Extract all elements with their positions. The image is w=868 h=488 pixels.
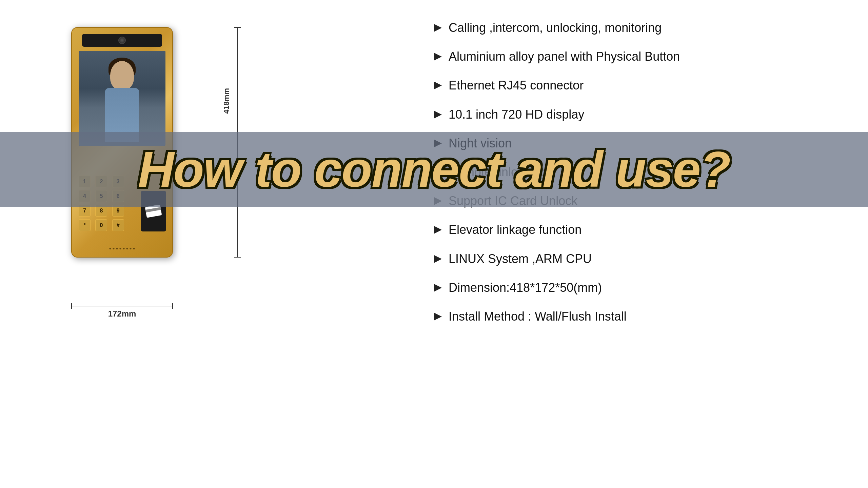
spec-item-8: ▶Elevator linkage function xyxy=(434,222,814,237)
spec-arrow-icon: ▶ xyxy=(434,223,442,235)
person-head xyxy=(110,61,134,90)
spec-arrow-icon: ▶ xyxy=(434,108,442,120)
spec-arrow-icon: ▶ xyxy=(434,310,442,322)
spec-arrow-icon: ▶ xyxy=(434,79,442,90)
dimension-horizontal: 172mm xyxy=(71,306,173,319)
spec-arrow-icon: ▶ xyxy=(434,252,442,264)
spec-text-4: 10.1 inch 720 HD display xyxy=(449,107,584,122)
speaker-dot xyxy=(126,248,128,249)
speaker-dot xyxy=(130,248,132,249)
dim-width-label: 172mm xyxy=(108,309,136,319)
spec-arrow-icon: ▶ xyxy=(434,281,442,293)
dim-height-label: 418mm xyxy=(222,88,231,114)
card-stripe xyxy=(145,207,161,212)
spec-arrow-icon: ▶ xyxy=(434,21,442,33)
speaker-dot xyxy=(133,248,135,249)
spec-text-1: Calling ,intercom, unlocking, monitoring xyxy=(449,20,662,35)
key-0: 0 xyxy=(95,219,107,231)
dim-line-h xyxy=(71,306,173,306)
device-speaker xyxy=(110,248,135,249)
speaker-dot xyxy=(110,248,111,249)
spec-item-9: ▶LINUX System ,ARM CPU xyxy=(434,251,814,266)
spec-item-4: ▶10.1 inch 720 HD display xyxy=(434,107,814,122)
banner-text: How to connect and use? xyxy=(138,141,730,198)
dim-cap-bottom xyxy=(234,257,241,258)
main-container: 123456789*0# 172mm 418mm ▶Calling , xyxy=(0,0,868,488)
device-screen xyxy=(79,51,165,146)
camera-bar xyxy=(82,34,162,47)
screen-person-image xyxy=(79,51,165,146)
speaker-dot xyxy=(113,248,115,249)
camera-icon xyxy=(118,37,126,44)
speaker-dot xyxy=(123,248,125,249)
spec-text-11: Install Method : Wall/Flush Install xyxy=(449,309,627,324)
spec-item-10: ▶Dimension:418*172*50(mm) xyxy=(434,280,814,295)
spec-item-3: ▶Ethernet RJ45 connector xyxy=(434,78,814,93)
spec-item-2: ▶Aluminium alloy panel with Physical But… xyxy=(434,49,814,64)
spec-text-3: Ethernet RJ45 connector xyxy=(449,78,584,93)
spec-text-2: Aluminium alloy panel with Physical Butt… xyxy=(449,49,680,64)
speaker-dot xyxy=(116,248,118,249)
key-#: # xyxy=(112,219,124,231)
key-*: * xyxy=(79,219,91,231)
spec-arrow-icon: ▶ xyxy=(434,50,442,62)
spec-item-11: ▶Install Method : Wall/Flush Install xyxy=(434,309,814,324)
speaker-dot xyxy=(120,248,121,249)
overlay-banner: How to connect and use? xyxy=(0,132,868,207)
spec-text-10: Dimension:418*172*50(mm) xyxy=(449,280,602,295)
spec-text-9: LINUX System ,ARM CPU xyxy=(449,251,592,266)
spec-item-1: ▶Calling ,intercom, unlocking, monitorin… xyxy=(434,20,814,35)
spec-text-8: Elevator linkage function xyxy=(449,222,581,237)
